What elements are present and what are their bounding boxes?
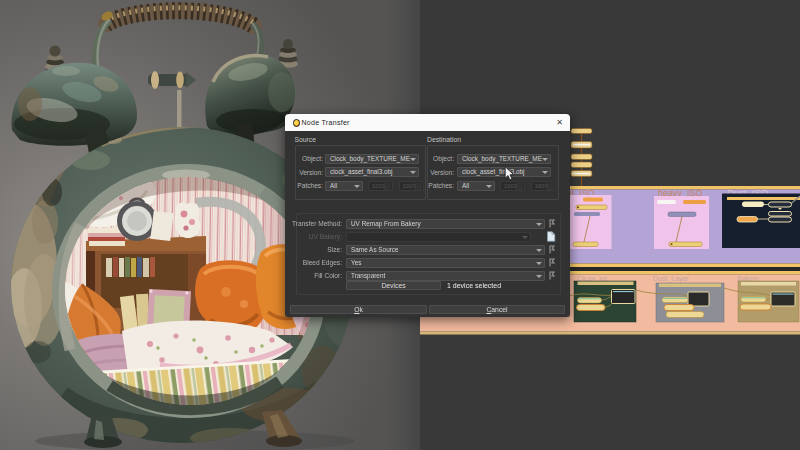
svg-text:Dust_Layer: Dust_Layer — [653, 275, 689, 283]
